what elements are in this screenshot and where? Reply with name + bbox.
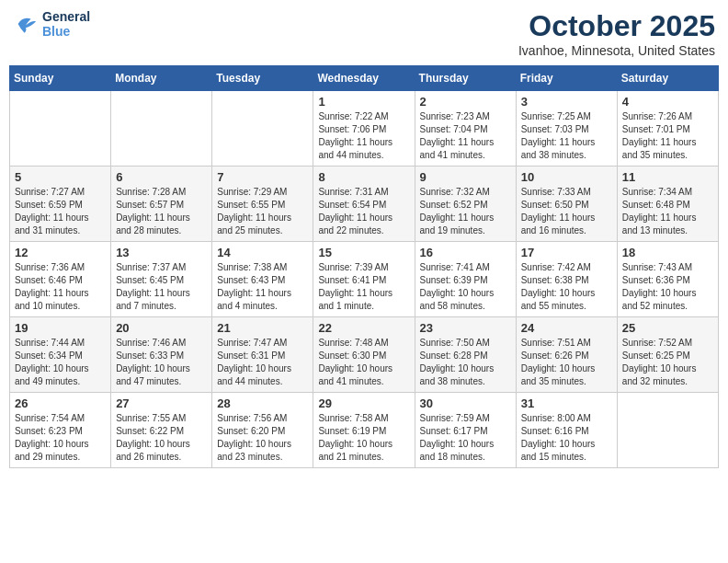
day-info: Sunrise: 7:47 AMSunset: 6:31 PMDaylight:… (217, 337, 308, 388)
day-cell: 6 Sunrise: 7:28 AMSunset: 6:57 PMDayligh… (111, 167, 212, 242)
day-number: 15 (318, 246, 409, 259)
day-cell: 5 Sunrise: 7:27 AMSunset: 6:59 PMDayligh… (10, 167, 111, 242)
day-cell: 27 Sunrise: 7:55 AMSunset: 6:22 PMDaylig… (111, 393, 212, 468)
day-info: Sunrise: 7:44 AMSunset: 6:34 PMDaylight:… (15, 337, 106, 388)
day-number: 2 (420, 95, 511, 109)
day-info: Sunrise: 7:48 AMSunset: 6:30 PMDaylight:… (318, 337, 409, 388)
day-info: Sunrise: 7:58 AMSunset: 6:19 PMDaylight:… (318, 412, 409, 464)
day-number: 30 (420, 396, 511, 410)
day-info: Sunrise: 7:38 AMSunset: 6:43 PMDaylight:… (217, 261, 308, 313)
weekday-header-wednesday: Wednesday (313, 66, 415, 91)
day-number: 10 (521, 170, 612, 184)
day-info: Sunrise: 7:54 AMSunset: 6:23 PMDaylight:… (15, 412, 106, 464)
day-number: 19 (15, 321, 106, 335)
day-number: 1 (318, 95, 409, 109)
day-cell: 31 Sunrise: 8:00 AMSunset: 6:16 PMDaylig… (516, 393, 617, 468)
location-text: Ivanhoe, Minnesota, United States (518, 43, 715, 58)
day-info: Sunrise: 7:36 AMSunset: 6:46 PMDaylight:… (15, 261, 106, 313)
day-info: Sunrise: 7:26 AMSunset: 7:01 PMDaylight:… (622, 110, 713, 162)
day-cell: 21 Sunrise: 7:47 AMSunset: 6:31 PMDaylig… (212, 317, 313, 393)
day-cell: 7 Sunrise: 7:29 AMSunset: 6:55 PMDayligh… (212, 167, 313, 242)
day-cell (10, 91, 111, 167)
day-number: 13 (116, 246, 207, 259)
day-number: 25 (622, 321, 713, 335)
week-row-1: 1 Sunrise: 7:22 AMSunset: 7:06 PMDayligh… (10, 91, 719, 167)
day-cell (212, 91, 313, 167)
day-cell: 3 Sunrise: 7:25 AMSunset: 7:03 PMDayligh… (516, 91, 617, 167)
day-number: 12 (15, 246, 106, 259)
day-info: Sunrise: 7:29 AMSunset: 6:55 PMDaylight:… (217, 186, 308, 237)
day-info: Sunrise: 7:43 AMSunset: 6:36 PMDaylight:… (622, 261, 713, 313)
day-info: Sunrise: 7:27 AMSunset: 6:59 PMDaylight:… (15, 186, 106, 237)
day-info: Sunrise: 7:50 AMSunset: 6:28 PMDaylight:… (420, 337, 511, 388)
logo: General Blue (13, 9, 90, 39)
day-info: Sunrise: 7:39 AMSunset: 6:41 PMDaylight:… (318, 261, 409, 313)
day-cell: 11 Sunrise: 7:34 AMSunset: 6:48 PMDaylig… (617, 167, 718, 242)
day-info: Sunrise: 7:33 AMSunset: 6:50 PMDaylight:… (521, 186, 612, 237)
day-cell: 4 Sunrise: 7:26 AMSunset: 7:01 PMDayligh… (617, 91, 718, 167)
day-number: 21 (217, 321, 308, 335)
weekday-header-tuesday: Tuesday (212, 66, 313, 91)
day-info: Sunrise: 7:25 AMSunset: 7:03 PMDaylight:… (521, 110, 612, 162)
day-cell: 15 Sunrise: 7:39 AMSunset: 6:41 PMDaylig… (313, 242, 415, 317)
weekday-header-friday: Friday (516, 66, 617, 91)
day-cell: 2 Sunrise: 7:23 AMSunset: 7:04 PMDayligh… (415, 91, 516, 167)
day-cell (617, 393, 718, 468)
day-cell: 26 Sunrise: 7:54 AMSunset: 6:23 PMDaylig… (10, 393, 111, 468)
day-number: 6 (116, 170, 207, 184)
day-cell: 8 Sunrise: 7:31 AMSunset: 6:54 PMDayligh… (313, 167, 415, 242)
day-number: 27 (116, 396, 207, 410)
day-number: 20 (116, 321, 207, 335)
day-info: Sunrise: 7:59 AMSunset: 6:17 PMDaylight:… (420, 412, 511, 464)
day-cell: 29 Sunrise: 7:58 AMSunset: 6:19 PMDaylig… (313, 393, 415, 468)
weekday-header-thursday: Thursday (415, 66, 516, 91)
day-info: Sunrise: 7:32 AMSunset: 6:52 PMDaylight:… (420, 186, 511, 237)
day-info: Sunrise: 7:37 AMSunset: 6:45 PMDaylight:… (116, 261, 207, 313)
day-cell: 20 Sunrise: 7:46 AMSunset: 6:33 PMDaylig… (111, 317, 212, 393)
day-cell: 12 Sunrise: 7:36 AMSunset: 6:46 PMDaylig… (10, 242, 111, 317)
day-number: 29 (318, 396, 409, 410)
logo-text-line2: Blue (42, 24, 90, 39)
day-number: 26 (15, 396, 106, 410)
week-row-3: 12 Sunrise: 7:36 AMSunset: 6:46 PMDaylig… (10, 242, 719, 317)
day-cell: 28 Sunrise: 7:56 AMSunset: 6:20 PMDaylig… (212, 393, 313, 468)
calendar-table: SundayMondayTuesdayWednesdayThursdayFrid… (9, 65, 719, 468)
day-info: Sunrise: 7:56 AMSunset: 6:20 PMDaylight:… (217, 412, 308, 464)
day-cell: 18 Sunrise: 7:43 AMSunset: 6:36 PMDaylig… (617, 242, 718, 317)
day-number: 24 (521, 321, 612, 335)
day-info: Sunrise: 7:42 AMSunset: 6:38 PMDaylight:… (521, 261, 612, 313)
day-info: Sunrise: 7:31 AMSunset: 6:54 PMDaylight:… (318, 186, 409, 237)
day-cell: 10 Sunrise: 7:33 AMSunset: 6:50 PMDaylig… (516, 167, 617, 242)
day-info: Sunrise: 7:22 AMSunset: 7:06 PMDaylight:… (318, 110, 409, 162)
day-info: Sunrise: 7:41 AMSunset: 6:39 PMDaylight:… (420, 261, 511, 313)
day-info: Sunrise: 7:51 AMSunset: 6:26 PMDaylight:… (521, 337, 612, 388)
title-block: October 2025 Ivanhoe, Minnesota, United … (518, 9, 715, 58)
day-number: 8 (318, 170, 409, 184)
day-cell: 17 Sunrise: 7:42 AMSunset: 6:38 PMDaylig… (516, 242, 617, 317)
day-number: 16 (420, 246, 511, 259)
weekday-header-monday: Monday (111, 66, 212, 91)
day-cell: 25 Sunrise: 7:52 AMSunset: 6:25 PMDaylig… (617, 317, 718, 393)
day-number: 3 (521, 95, 612, 109)
day-info: Sunrise: 8:00 AMSunset: 6:16 PMDaylight:… (521, 412, 612, 464)
day-number: 17 (521, 246, 612, 259)
day-number: 7 (217, 170, 308, 184)
day-cell: 30 Sunrise: 7:59 AMSunset: 6:17 PMDaylig… (415, 393, 516, 468)
day-cell: 1 Sunrise: 7:22 AMSunset: 7:06 PMDayligh… (313, 91, 415, 167)
logo-text-line1: General (42, 9, 90, 24)
day-number: 11 (622, 170, 713, 184)
day-number: 5 (15, 170, 106, 184)
day-number: 31 (521, 396, 612, 410)
weekday-header-saturday: Saturday (617, 66, 718, 91)
day-cell: 22 Sunrise: 7:48 AMSunset: 6:30 PMDaylig… (313, 317, 415, 393)
day-number: 14 (217, 246, 308, 259)
day-cell: 13 Sunrise: 7:37 AMSunset: 6:45 PMDaylig… (111, 242, 212, 317)
day-cell: 9 Sunrise: 7:32 AMSunset: 6:52 PMDayligh… (415, 167, 516, 242)
day-info: Sunrise: 7:23 AMSunset: 7:04 PMDaylight:… (420, 110, 511, 162)
logo-icon (13, 11, 39, 37)
day-cell: 19 Sunrise: 7:44 AMSunset: 6:34 PMDaylig… (10, 317, 111, 393)
page-header: General Blue October 2025 Ivanhoe, Minne… (9, 9, 719, 58)
day-cell: 24 Sunrise: 7:51 AMSunset: 6:26 PMDaylig… (516, 317, 617, 393)
day-cell: 23 Sunrise: 7:50 AMSunset: 6:28 PMDaylig… (415, 317, 516, 393)
day-info: Sunrise: 7:52 AMSunset: 6:25 PMDaylight:… (622, 337, 713, 388)
